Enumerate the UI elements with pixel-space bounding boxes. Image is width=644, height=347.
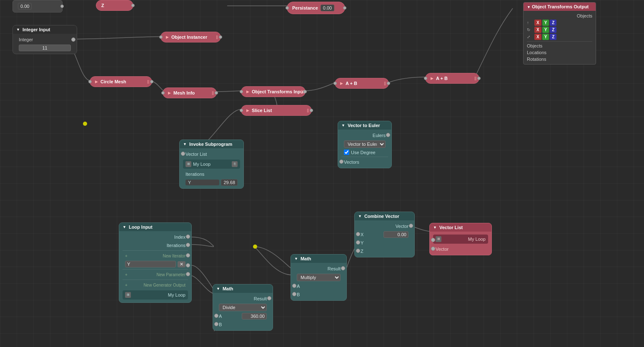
loop-y-field[interactable] [125,261,176,267]
object-instancer-title: Object Instancer [171,35,207,40]
math-upper-node: Math Result Multiply A B [291,254,347,301]
locations-label: Locations [527,49,592,56]
loop-index-label: Index [174,235,185,240]
object-transforms-output-title: Object Transforms Output [532,4,589,9]
refresh-icon: ↻ [527,27,534,32]
a-plus-b-right-node: ▶ A + B || [425,73,479,84]
circle-mesh-node: ▶ Circle Mesh || [90,76,152,87]
objects-label-1: Objects [527,12,592,19]
eulers-label: Eulers [373,133,386,138]
my-loop-icon: ⊞ [185,161,191,167]
vector-list-node: Vector List ⊞ My Loop Vector [429,223,492,255]
invoke-subprogram-header: Invoke Subprogram [180,140,243,148]
combine-y-label: Y [361,240,363,245]
x-btn-2[interactable]: X [534,27,541,33]
combine-vector-node: Combine Vector Vector X Y Z [354,212,415,257]
invoke-iterations-label: Iterations [185,172,204,177]
x-btn-3[interactable]: X [534,34,541,40]
y-btn-1[interactable]: Y [542,20,549,26]
loop-new-iterator-label: New Iterator [163,254,185,258]
combine-vector-label: Vector [396,224,408,229]
object-transforms-input-node: ▶ Object Transforms Input || [241,86,306,97]
vector-list-vector-label: Vector [436,247,449,252]
math-upper-b-label: B [297,292,300,297]
loop-y-clear-button[interactable]: ✕ [178,261,185,267]
vector-list-my-loop: My Loop [468,237,486,242]
persistance-node: Persistance 0.00 [287,2,345,14]
math-upper-a-label: A [297,284,300,289]
persistance-title: Persistance [292,5,318,10]
math-upper-header: Math [291,255,346,263]
circle-mesh-title: Circle Mesh [100,79,126,84]
use-degree-label: Use Degree [351,150,376,155]
loop-new-parameter-label: New Parameter [157,272,185,277]
math-lower-a-input[interactable] [242,313,267,320]
combine-vector-title: Combine Vector [364,214,399,219]
upload-icon: ↑ [527,20,534,25]
invoke-y-label: Y [185,180,219,185]
math-lower-b-label: B [219,322,222,327]
slice-list-node: ▶ Slice List || [241,105,312,116]
slice-list-title: Slice List [252,108,272,113]
loop-new-generator-label: New Generator Output [143,283,185,287]
math-lower-header: Math [213,285,273,293]
combine-vector-header: Combine Vector [355,212,414,220]
mesh-info-title: Mesh Info [173,90,195,95]
my-loop-icon2: ⊞ [125,292,131,298]
mesh-info-node: ▶ Mesh Info || [163,87,217,98]
z-btn-1[interactable]: Z [550,20,556,26]
rotations-label: Rotations [527,56,592,62]
vectors-label: Vectors [344,160,359,165]
math-lower-select[interactable]: Divide [219,304,267,311]
invoke-subprogram-title: Invoke Subprogram [189,142,232,147]
zero-node: 0.00 [13,0,63,12]
invoke-loop-icon2: ⎘ [232,161,238,167]
integer-input-title: Integer Input [23,27,50,32]
loop-input-node: Loop Input Index Iterations + New Iterat… [119,222,192,303]
persistance-value: 0.00 [321,5,334,11]
combine-x-input[interactable] [383,231,408,238]
use-degree-checkbox[interactable] [344,150,349,155]
y-btn-3[interactable]: Y [542,34,549,40]
object-transforms-output-header: ▼ Object Transforms Output [524,2,596,11]
loop-input-header: Loop Input [119,223,191,231]
z-node: Z [96,0,133,11]
a-plus-b-left-title: A + B [346,81,357,86]
vector-list-icon: ⊞ [436,236,441,242]
vector-to-euler-title: Vector to Euler [348,123,380,128]
integer-label: Integer [19,37,33,42]
z-btn-3[interactable]: Z [550,34,556,40]
object-transforms-input-title: Object Transforms Input [252,89,305,94]
objects-label-2: Objects [527,42,592,49]
math-upper-select[interactable]: Multiply [297,274,341,281]
math-lower-node: Math Result Divide A B [213,284,273,331]
combine-z-label: Z [361,249,363,254]
object-instancer-node: ▶ Object Instancer || [160,32,221,42]
vector-to-euler-header: Vector to Euler [338,121,391,130]
integer-input-header: Integer Input [13,25,77,34]
object-transforms-output-panel: ▼ Object Transforms Output Objects ↑ X Y… [523,2,596,65]
y-btn-2[interactable]: Y [542,27,549,33]
loop-my-loop-label: My Loop [168,292,185,297]
loop-input-title: Loop Input [129,225,153,230]
combine-x-label: X [361,232,363,237]
z-btn-2[interactable]: Z [550,27,556,33]
vector-list-title: Vector List [439,225,463,230]
a-plus-b-left-node: ▶ A + B || [335,78,389,89]
svg-point-1 [253,245,257,249]
integer-input-node: Integer Input Integer [13,25,77,54]
math-lower-a-label: A [219,314,222,319]
svg-point-0 [83,122,87,126]
vector-list-header: Vector List [430,223,491,232]
invoke-iterations-value: 29.68 [221,179,238,186]
math-lower-title: Math [223,286,233,291]
a-plus-b-right-title: A + B [436,76,448,81]
invoke-my-loop-label: My Loop [193,162,210,167]
loop-iterations-label: Iterations [167,243,185,248]
integer-value-input[interactable] [19,45,71,51]
math-lower-result-label: Result [254,296,267,301]
math-upper-title: Math [301,256,311,261]
vector-to-euler-select[interactable]: Vector to Euler [344,140,386,148]
invoke-subprogram-node: Invoke Subprogram Vector List ⊞ My Loop … [179,140,244,189]
x-btn-1[interactable]: X [534,20,541,26]
